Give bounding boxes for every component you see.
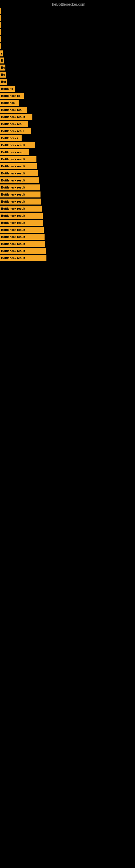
bar-label-10: Bot xyxy=(1,80,6,83)
bar-row-1 xyxy=(0,15,135,21)
bar-label-21: Bottleneck result xyxy=(1,158,25,161)
bar-row-32: Bottleneck result xyxy=(0,234,135,240)
bar-row-7: B xyxy=(0,58,135,63)
bar-row-21: Bottleneck result xyxy=(0,156,135,162)
bar-label-20: Bottleneck resu xyxy=(1,151,24,154)
bar-label-14: Bottleneck res xyxy=(1,108,21,112)
bar-label-13: Bottlenec xyxy=(1,101,14,104)
bar-7: B xyxy=(0,58,4,63)
bar-row-27: Bottleneck result xyxy=(0,198,135,205)
bar-row-35: Bottleneck result xyxy=(0,255,135,261)
bar-10: Bot xyxy=(0,79,7,85)
bar-row-19: Bottleneck result xyxy=(0,142,135,148)
bar-row-11: Bottlene xyxy=(0,86,135,92)
bar-27: Bottleneck result xyxy=(0,198,41,205)
bar-8: Bo xyxy=(0,65,5,70)
bar-19: Bottleneck result xyxy=(0,142,35,148)
bar-row-16: Bottleneck res xyxy=(0,121,135,127)
bar-label-17: Bottleneck resul xyxy=(1,129,24,133)
site-title: TheBottlenecker.com xyxy=(0,0,135,8)
bar-row-6: s xyxy=(0,51,135,56)
bar-3 xyxy=(0,29,1,35)
bar-row-2 xyxy=(0,22,135,28)
bar-5 xyxy=(0,43,1,50)
bar-row-24: Bottleneck result xyxy=(0,177,135,183)
bar-label-11: Bottlene xyxy=(1,87,13,90)
bar-label-34: Bottleneck result xyxy=(1,249,25,252)
bar-label-29: Bottleneck result xyxy=(1,214,25,217)
bar-row-5 xyxy=(0,43,135,50)
bar-13: Bottlenec xyxy=(0,100,19,106)
bar-row-30: Bottleneck result xyxy=(0,220,135,226)
bar-24: Bottleneck result xyxy=(0,177,39,183)
bar-20: Bottleneck resu xyxy=(0,149,29,155)
bar-row-28: Bottleneck result xyxy=(0,206,135,212)
bar-label-7: B xyxy=(1,59,3,62)
bar-row-20: Bottleneck resu xyxy=(0,149,135,155)
bar-35: Bottleneck result xyxy=(0,255,46,261)
bar-15: Bottleneck result xyxy=(0,114,32,120)
bar-row-13: Bottlenec xyxy=(0,100,135,106)
bar-row-26: Bottleneck result xyxy=(0,191,135,197)
bars-container: sBBoBoBotBottleneBottleneck reBottlenecB… xyxy=(0,8,135,261)
bar-label-9: Bo xyxy=(1,73,5,76)
bar-14: Bottleneck res xyxy=(0,107,27,113)
bar-26: Bottleneck result xyxy=(0,191,41,197)
bar-21: Bottleneck result xyxy=(0,156,37,162)
bar-label-35: Bottleneck result xyxy=(1,256,25,259)
bar-label-15: Bottleneck result xyxy=(1,115,25,119)
bar-row-18: Bottleneck r xyxy=(0,135,135,141)
bar-label-16: Bottleneck res xyxy=(1,122,21,126)
bar-label-18: Bottleneck r xyxy=(1,136,18,140)
bar-row-25: Bottleneck result xyxy=(0,184,135,190)
bar-31: Bottleneck result xyxy=(0,227,44,233)
bar-30: Bottleneck result xyxy=(0,220,43,226)
bar-28: Bottleneck result xyxy=(0,206,42,212)
bar-16: Bottleneck res xyxy=(0,121,28,127)
bar-row-15: Bottleneck result xyxy=(0,114,135,120)
bar-6: s xyxy=(0,51,3,56)
bar-label-24: Bottleneck result xyxy=(1,179,25,182)
bar-row-23: Bottleneck result xyxy=(0,170,135,176)
bar-4 xyxy=(0,36,1,42)
bar-label-33: Bottleneck result xyxy=(1,242,25,246)
bar-row-8: Bo xyxy=(0,65,135,70)
bar-0 xyxy=(0,8,1,14)
bar-17: Bottleneck resul xyxy=(0,128,31,134)
bar-label-23: Bottleneck result xyxy=(1,172,25,175)
bar-row-14: Bottleneck res xyxy=(0,107,135,113)
bar-33: Bottleneck result xyxy=(0,241,45,247)
bar-32: Bottleneck result xyxy=(0,234,45,240)
bar-1 xyxy=(0,15,1,21)
bar-label-25: Bottleneck result xyxy=(1,186,25,189)
bar-row-0 xyxy=(0,8,135,14)
bar-row-3 xyxy=(0,29,135,35)
bar-row-17: Bottleneck resul xyxy=(0,128,135,134)
bar-label-12: Bottleneck re xyxy=(1,94,20,97)
bar-label-26: Bottleneck result xyxy=(1,193,25,196)
bar-25: Bottleneck result xyxy=(0,184,40,190)
bar-label-32: Bottleneck result xyxy=(1,235,25,239)
bar-34: Bottleneck result xyxy=(0,248,46,254)
bar-row-9: Bo xyxy=(0,72,135,78)
bar-row-4 xyxy=(0,36,135,42)
bar-row-29: Bottleneck result xyxy=(0,213,135,219)
bar-label-22: Bottleneck result xyxy=(1,165,25,168)
bar-label-30: Bottleneck result xyxy=(1,221,25,224)
bar-12: Bottleneck re xyxy=(0,93,24,99)
bar-row-31: Bottleneck result xyxy=(0,227,135,233)
bar-18: Bottleneck r xyxy=(0,135,21,141)
bar-label-27: Bottleneck result xyxy=(1,200,25,203)
bar-23: Bottleneck result xyxy=(0,170,38,176)
bar-9: Bo xyxy=(0,72,6,78)
bar-2 xyxy=(0,22,1,28)
bar-row-12: Bottleneck re xyxy=(0,93,135,99)
bar-label-31: Bottleneck result xyxy=(1,228,25,231)
bar-29: Bottleneck result xyxy=(0,213,43,219)
bar-row-34: Bottleneck result xyxy=(0,248,135,254)
bar-row-10: Bot xyxy=(0,79,135,85)
bar-row-33: Bottleneck result xyxy=(0,241,135,247)
bar-row-22: Bottleneck result xyxy=(0,163,135,169)
bar-label-6: s xyxy=(1,52,3,55)
bar-label-28: Bottleneck result xyxy=(1,207,25,210)
